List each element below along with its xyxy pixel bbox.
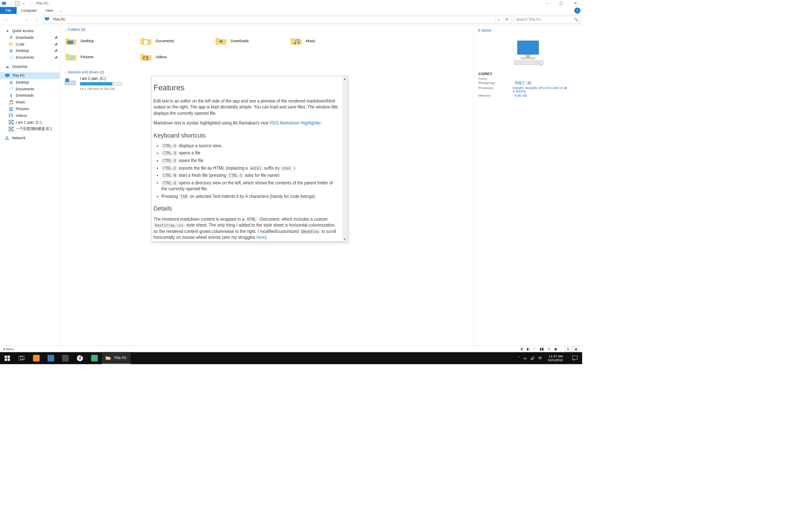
close-button[interactable]: ✕ xyxy=(568,0,582,7)
taskbar-app-5[interactable] xyxy=(87,352,101,365)
folder-downloads[interactable]: Downloads xyxy=(215,34,287,48)
details-domain: Corey xyxy=(478,76,487,80)
folder-pictures[interactable]: Pictures xyxy=(64,50,137,64)
scrollbar[interactable]: ▲ ▼ xyxy=(342,76,347,241)
tray-icon[interactable]: ◐ xyxy=(527,347,530,351)
start-button[interactable] xyxy=(0,352,14,365)
nav-pc-pictures[interactable]: 🖼Pictures xyxy=(0,105,60,112)
folder-videos[interactable]: Videos xyxy=(139,50,212,64)
recent-dropdown[interactable]: ▾ xyxy=(22,15,31,24)
tray-icon[interactable]: ◉ xyxy=(554,347,557,351)
search-box[interactable]: Search This PC 🔍 xyxy=(514,16,581,24)
title-bar: | ▾ | This PC ─ ☐ ✕ xyxy=(0,0,582,7)
help-icon[interactable]: ? xyxy=(574,8,580,14)
taskbar-chrome[interactable] xyxy=(73,352,87,365)
taskbar-app-3[interactable] xyxy=(58,352,73,365)
taskbar-app-2[interactable] xyxy=(43,352,58,365)
markdown-preview-window[interactable]: ▲ ▼ Features Edit text in an editor on t… xyxy=(152,76,348,242)
back-button[interactable]: ← xyxy=(2,15,10,24)
qat-pc-icon[interactable] xyxy=(1,1,7,6)
address-dropdown-icon[interactable]: ▾ xyxy=(495,16,502,23)
details-workgroup-k: Workgroup: xyxy=(478,81,515,85)
action-center-button[interactable] xyxy=(569,352,581,365)
shortcut-list: CTRL-U displays a source view. CTRL-O op… xyxy=(154,143,340,199)
search-icon: 🔍 xyxy=(574,17,578,22)
nav-qa-code[interactable]: 📁Code xyxy=(0,41,60,48)
drive-usage-bar xyxy=(80,82,122,86)
scroll-up-icon[interactable]: ▲ xyxy=(342,76,347,81)
tab-computer[interactable]: Computer xyxy=(17,7,41,14)
taskbar-explorer[interactable]: This PC xyxy=(102,352,130,365)
taskbar-clock[interactable]: 11:27 AM 9/21/2016 xyxy=(546,354,565,362)
folder-music-icon xyxy=(289,36,303,47)
nav-pc-drive-c[interactable]: 💽I am C pan. (C:) xyxy=(0,119,60,126)
folder-label: Documents xyxy=(156,39,174,43)
tray-icon[interactable]: ⋯ xyxy=(533,347,537,351)
breadcrumb-this-pc[interactable]: This PC xyxy=(53,17,66,22)
nav-network[interactable]: 🖧 Network xyxy=(0,135,60,141)
pictures-icon: 🖼 xyxy=(8,106,13,111)
link-here[interactable]: here xyxy=(256,235,265,240)
forward-button[interactable]: → xyxy=(12,15,21,24)
tray-icon[interactable]: ⊕ xyxy=(520,347,524,351)
list-item: CTRL-N start a fresh file (pressing CTRL… xyxy=(161,172,339,178)
view-large-button[interactable]: ▦ xyxy=(573,346,579,352)
section-devices-label: Devices and drives (2) xyxy=(68,70,104,74)
folder-downloads-icon xyxy=(215,36,228,47)
folder-music[interactable]: Music xyxy=(289,34,362,48)
nav-pc-documents[interactable]: 📄Documents xyxy=(0,86,60,92)
details-memory-v: 8.00 GB xyxy=(515,94,527,97)
nav-this-pc[interactable]: This PC xyxy=(0,72,60,79)
section-folders[interactable]: ⌄ Folders (6) xyxy=(60,25,473,33)
nav-item-label: Downloads xyxy=(16,94,34,98)
nav-pc-music[interactable]: 🎵Music xyxy=(0,99,60,105)
refresh-icon[interactable]: ⟳ xyxy=(503,16,511,23)
tray-network-icon[interactable]: ▭ xyxy=(523,356,527,360)
nav-qa-documents[interactable]: 📄Documents xyxy=(0,54,60,61)
folder-pictures-icon xyxy=(64,51,78,62)
tab-view[interactable]: View xyxy=(41,7,58,14)
folder-documents[interactable]: Documents xyxy=(139,34,212,48)
qat-properties-icon[interactable] xyxy=(14,1,20,6)
svg-rect-11 xyxy=(68,56,73,60)
content-area: ⌄ Folders (6) Desktop Documents Download… xyxy=(60,25,473,346)
nav-item-label: Desktop xyxy=(16,80,29,84)
tray-icon[interactable]: ☺ xyxy=(547,347,551,351)
list-item: Pressing TAB on selected Text indents it… xyxy=(161,193,339,200)
scroll-down-icon[interactable]: ▼ xyxy=(342,236,347,241)
qat-dropdown-icon[interactable]: ▾ xyxy=(21,1,27,6)
section-devices[interactable]: ⌄ Devices and drives (2) xyxy=(60,68,473,76)
task-view-button[interactable] xyxy=(14,352,29,365)
link-peg-highlighter[interactable]: PEG Markdown Highlighter xyxy=(270,121,321,125)
folder-desktop[interactable]: Desktop xyxy=(64,34,137,48)
nav-pc-downloads[interactable]: ⬇Downloads xyxy=(0,92,60,99)
status-tray-icons: ⊕ ◐ ⋯ ▮▮ ☺ ◉ xyxy=(520,347,557,351)
ribbon-expand-icon[interactable]: ⌄ xyxy=(57,7,63,14)
svg-rect-22 xyxy=(8,355,10,358)
view-details-button[interactable]: ☰ xyxy=(565,346,571,352)
nav-pc-videos[interactable]: 🎞Videos xyxy=(0,112,60,119)
tab-file[interactable]: File xyxy=(0,7,17,14)
tray-icon[interactable]: ▮▮ xyxy=(540,347,544,351)
nav-qa-desktop[interactable]: 🖥Desktop xyxy=(0,48,60,54)
nav-pc-drive-e[interactable]: 💽一个没屁用的硬盘 (E:) xyxy=(0,126,60,132)
up-button[interactable]: ↑ xyxy=(33,15,41,24)
minimize-button[interactable]: ─ xyxy=(540,0,554,7)
tray-ime-indicator[interactable]: 中 xyxy=(538,356,542,361)
desktop-icon: 🖥 xyxy=(8,49,13,53)
folder-label: Music xyxy=(306,39,315,43)
tray-chevron-up-icon[interactable]: ˆ xyxy=(519,356,520,360)
nav-item-label: Desktop xyxy=(16,49,29,53)
chevron-right-icon[interactable]: › xyxy=(51,18,52,21)
nav-quick-access[interactable]: ★ Quick access xyxy=(0,27,60,34)
tray-volume-icon[interactable]: 🔊 xyxy=(530,356,535,360)
nav-qa-downloads[interactable]: ⬇Downloads xyxy=(0,34,60,41)
nav-onedrive[interactable]: ☁ OneDrive xyxy=(0,63,60,70)
nav-item-label: Videos xyxy=(16,113,27,118)
details-name: COREY xyxy=(478,71,577,76)
taskbar-app-1[interactable] xyxy=(29,352,43,365)
drive-name: I am C pan. (C:) xyxy=(80,76,122,81)
maximize-button[interactable]: ☐ xyxy=(554,0,568,7)
nav-pc-desktop[interactable]: 🖥Desktop xyxy=(0,79,60,86)
address-bar[interactable]: › This PC ▾ ⟳ xyxy=(43,16,512,24)
